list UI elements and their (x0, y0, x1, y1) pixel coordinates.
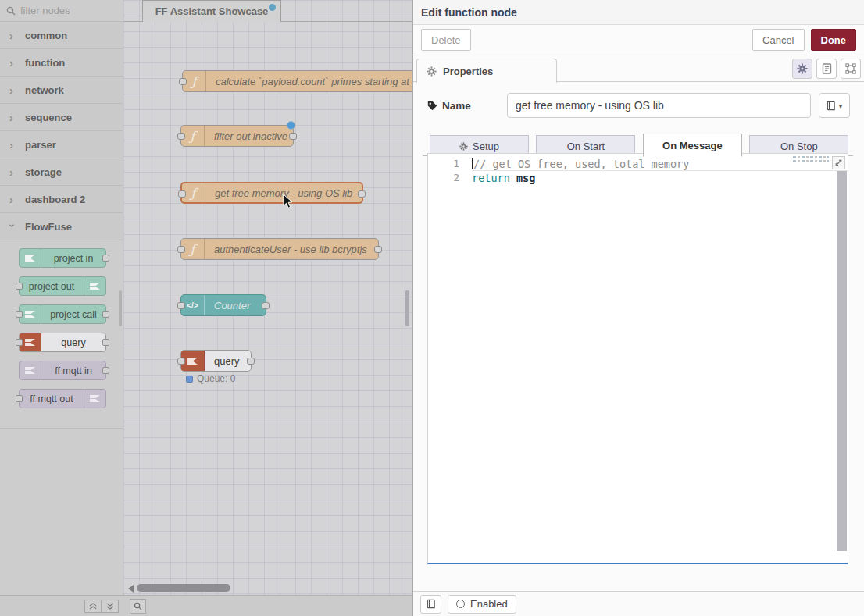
appearance-button[interactable] (841, 59, 861, 79)
node-input-port[interactable] (16, 311, 23, 318)
node-label: authenticateUser - use lib bcryptjs (205, 244, 377, 255)
palette-node-ff-mqtt-out[interactable]: ff mqtt out (19, 389, 106, 408)
canvas-footer (123, 595, 412, 616)
tab-label: On Start (567, 141, 605, 152)
mouse-cursor (283, 194, 294, 209)
node-output-port[interactable] (262, 302, 270, 309)
node-input-port[interactable] (177, 133, 185, 140)
chevron-right-icon: › (9, 194, 16, 205)
chevron-right-icon: › (9, 112, 16, 123)
palette-node-project-in[interactable]: project in (19, 248, 106, 268)
palette-category-sequence[interactable]: › sequence (0, 104, 123, 131)
flow-node-query[interactable]: query (180, 350, 252, 372)
node-output-port[interactable] (374, 246, 382, 253)
library-button[interactable] (420, 595, 441, 614)
node-output-port[interactable] (358, 190, 366, 198)
palette-category-flowfuse[interactable]: › FlowFuse (0, 213, 123, 240)
node-input-port[interactable] (177, 302, 185, 309)
category-label: dashboard 2 (25, 194, 85, 205)
flowfuse-logo-icon (84, 390, 105, 408)
editor-minimap[interactable] (793, 156, 829, 164)
enabled-toggle-button[interactable]: Enabled (448, 595, 516, 614)
horizontal-scrollbar[interactable] (137, 584, 230, 592)
chevron-right-icon: › (9, 166, 16, 178)
flowfuse-logo-icon (84, 277, 105, 295)
node-label: calculate `payload.count` primes startin… (206, 76, 412, 87)
category-label: function (25, 57, 65, 69)
palette-node-label: project call (41, 309, 105, 320)
palette-node-project-out[interactable]: project out (19, 276, 106, 296)
unsaved-changes-dot (269, 4, 276, 11)
category-label: parser (25, 139, 56, 151)
tray-footer: Enabled (413, 591, 864, 616)
node-label: query (205, 355, 249, 367)
edit-node-tray: Edit function node Delete Cancel Done Pr… (412, 0, 864, 616)
category-label: FlowFuse (25, 221, 72, 233)
node-input-port[interactable] (16, 339, 23, 346)
flow-node-calculate-primes[interactable]: ƒ calculate `payload.count` primes start… (182, 70, 412, 92)
palette-node-label: ff mqtt out (20, 393, 84, 404)
palette-node-label: query (41, 337, 105, 348)
node-input-port[interactable] (179, 78, 187, 85)
chevron-right-icon: › (9, 84, 16, 96)
tab-properties[interactable]: Properties (416, 59, 557, 83)
name-input[interactable] (507, 93, 811, 118)
library-menu-button[interactable]: ▾ (819, 93, 850, 118)
line-number: 2 (428, 171, 472, 185)
node-output-port[interactable] (247, 358, 255, 365)
node-input-port[interactable] (16, 283, 23, 290)
gear-icon (427, 66, 437, 77)
palette-category-common[interactable]: › common (0, 22, 123, 49)
palette-category-parser[interactable]: › parser (0, 131, 123, 158)
palette-node-query[interactable]: query (19, 333, 106, 352)
workspace-tab-label: FF Assistant Showcase (155, 5, 269, 17)
tab-on-message[interactable]: On Message (643, 134, 742, 157)
node-output-port[interactable] (102, 339, 109, 346)
flow-node-authenticate-user[interactable]: ƒ authenticateUser - use lib bcryptjs (180, 238, 379, 260)
palette-node-project-call[interactable]: project call (19, 304, 106, 324)
flow-canvas[interactable]: FF Assistant Showcase ƒ calculate `paylo… (123, 0, 412, 595)
palette-category-network[interactable]: › network (0, 77, 123, 104)
palette-search-input[interactable] (20, 5, 106, 16)
palette-node-ff-mqtt-in[interactable]: ff mqtt in (19, 361, 106, 380)
flow-node-filter-out-inactive[interactable]: ƒ filter out inactive (180, 125, 294, 147)
node-input-port[interactable] (177, 246, 185, 253)
code-editor[interactable]: 1 // get OS free, used, total memory 2 r… (427, 153, 848, 564)
editor-expand-button[interactable] (832, 156, 845, 169)
node-input-port[interactable] (177, 358, 185, 365)
flow-node-get-free-memory[interactable]: ƒ get free memory - using OS lib (180, 182, 363, 204)
node-output-port[interactable] (102, 255, 109, 262)
description-doc-button[interactable] (816, 59, 837, 79)
properties-gear-button[interactable] (792, 59, 812, 79)
node-output-port[interactable] (289, 133, 297, 140)
palette-category-storage[interactable]: › storage (0, 158, 123, 186)
cancel-button[interactable]: Cancel (752, 29, 804, 51)
category-label: sequence (25, 112, 72, 123)
flowfuse-logo-icon (20, 333, 41, 351)
gear-icon (459, 142, 468, 151)
node-input-port[interactable] (178, 190, 186, 198)
vertical-scrollbar[interactable] (405, 290, 409, 326)
node-output-port[interactable] (102, 311, 109, 318)
search-flows-button[interactable] (130, 599, 146, 614)
palette-category-function[interactable]: › function (0, 49, 123, 77)
palette-scrollbar[interactable] (119, 290, 122, 326)
palette-footer (0, 595, 123, 616)
code-line-1[interactable]: 1 // get OS free, used, total memory (428, 157, 848, 171)
editor-scrollbar[interactable] (837, 171, 847, 551)
node-output-port[interactable] (102, 367, 109, 374)
hscroll-left-arrow[interactable] (128, 585, 134, 593)
palette-category-dashboard-2[interactable]: › dashboard 2 (0, 186, 123, 213)
palette-search[interactable] (0, 0, 123, 22)
expand-all-button[interactable] (102, 600, 119, 613)
done-button[interactable]: Done (811, 29, 857, 51)
tray-toolbar: Delete Cancel Done (413, 25, 864, 55)
text-cursor (472, 158, 473, 169)
delete-button[interactable]: Delete (421, 29, 471, 51)
flow-node-counter[interactable]: </> Counter (180, 294, 266, 316)
code-line-2[interactable]: 2 return msg (428, 171, 848, 185)
collapse-all-button[interactable] (84, 600, 102, 613)
status-dot (186, 376, 193, 383)
node-input-port[interactable] (16, 395, 23, 402)
workspace-tab[interactable]: FF Assistant Showcase (142, 0, 281, 22)
